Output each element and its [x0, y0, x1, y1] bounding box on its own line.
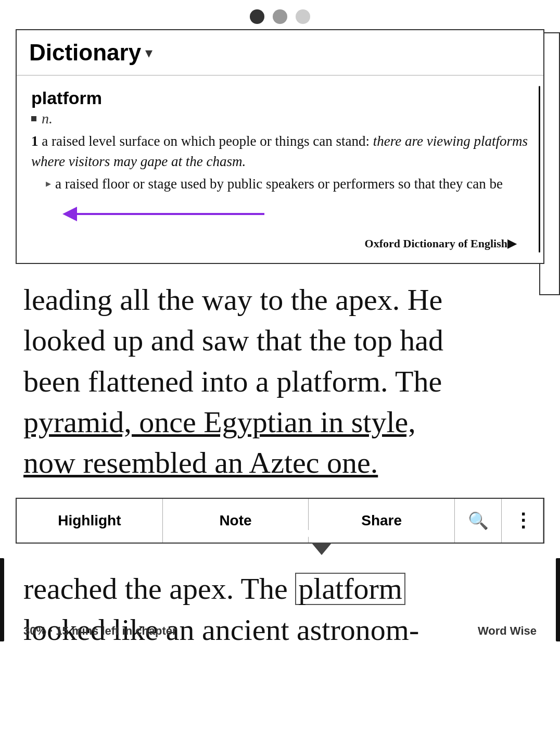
- note-button[interactable]: Note: [163, 499, 309, 543]
- selected-word-box: platform: [295, 573, 405, 605]
- share-button[interactable]: Share: [309, 499, 455, 543]
- dictionary-panel: Dictionary ▾ platform n. 1 a raised leve…: [16, 29, 544, 264]
- source-text: Oxford Dictionary of English: [365, 237, 507, 250]
- sub-def-text: a raised floor or stage used by public s…: [55, 174, 503, 194]
- def-number: 1: [31, 133, 39, 149]
- dictionary-title: Dictionary: [29, 40, 141, 66]
- book-line-3: been flattened into a platform. The: [23, 361, 537, 402]
- context-toolbar: Highlight Note Share 🔍 ⋮: [16, 498, 544, 544]
- dot-3: [296, 9, 310, 24]
- bottom-line-1: reached the apex. The platform: [23, 569, 537, 609]
- def-main: a raised level surface on which people o…: [42, 133, 370, 149]
- source-arrow: ▶: [507, 237, 516, 250]
- dot-1: [250, 9, 264, 24]
- pos-bullet: [31, 116, 36, 121]
- dictionary-sub-definition: ▸ a raised floor or stage used by public…: [31, 174, 529, 194]
- tooltip-caret-inner: [303, 530, 320, 540]
- dictionary-definition-1: 1 a raised level surface on which people…: [31, 131, 529, 172]
- dictionary-pos: n.: [31, 110, 529, 127]
- more-icon: ⋮: [514, 510, 531, 532]
- book-line-5: now resembled an Aztec one.: [23, 443, 537, 483]
- purple-arrow: [62, 207, 264, 221]
- tooltip-caret-container: [311, 543, 332, 555]
- page-wrapper: Dictionary ▾ platform n. 1 a raised leve…: [0, 0, 560, 650]
- dictionary-header[interactable]: Dictionary ▾: [17, 30, 543, 75]
- page-indicator: [0, 0, 560, 29]
- footer-feature: Word Wise: [478, 624, 537, 638]
- search-button[interactable]: 🔍: [455, 499, 502, 543]
- arrow-head: [62, 207, 77, 221]
- book-line-4: pyramid, once Egyptian in style,: [23, 402, 537, 443]
- book-text-main: leading all the way to the apex. He look…: [0, 264, 560, 483]
- dictionary-source[interactable]: Oxford Dictionary of English▶: [31, 237, 529, 250]
- dot-2: [273, 9, 287, 24]
- dictionary-dropdown-arrow[interactable]: ▾: [145, 44, 152, 61]
- sub-bullet: ▸: [46, 176, 51, 194]
- search-icon: 🔍: [468, 511, 489, 531]
- bottom-line-1-start: reached the apex. The: [23, 572, 295, 606]
- pos-text: n.: [42, 110, 53, 127]
- highlight-button[interactable]: Highlight: [17, 499, 163, 543]
- footer: 30% · 15 mins left in chapter Word Wise: [0, 624, 560, 638]
- more-button[interactable]: ⋮: [502, 499, 543, 543]
- dictionary-body: platform n. 1 a raised level surface on …: [17, 75, 543, 263]
- purple-arrow-container: [62, 207, 529, 221]
- tooltip-caret-outer: [311, 543, 332, 555]
- dictionary-word: platform: [31, 88, 529, 108]
- dictionary-scrollbar[interactable]: [539, 86, 540, 253]
- footer-progress: 30% · 15 mins left in chapter: [23, 624, 177, 638]
- book-line-1: leading all the way to the apex. He: [23, 280, 537, 320]
- book-line-2: looked up and saw that the top had: [23, 320, 537, 361]
- arrow-line: [77, 213, 264, 215]
